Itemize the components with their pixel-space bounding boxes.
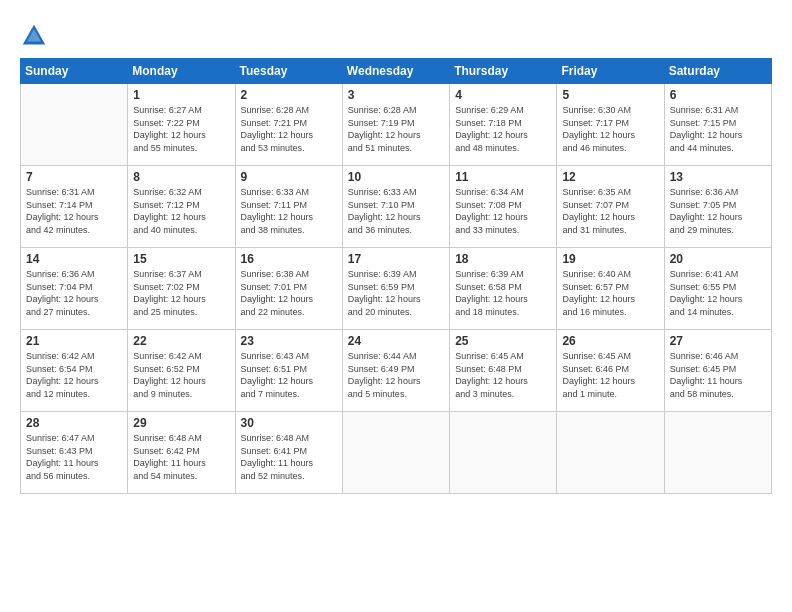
day-number: 12	[562, 170, 658, 184]
calendar-cell: 30Sunrise: 6:48 AM Sunset: 6:41 PM Dayli…	[235, 412, 342, 494]
calendar-cell: 18Sunrise: 6:39 AM Sunset: 6:58 PM Dayli…	[450, 248, 557, 330]
calendar-cell: 20Sunrise: 6:41 AM Sunset: 6:55 PM Dayli…	[664, 248, 771, 330]
cell-info: Sunrise: 6:48 AM Sunset: 6:42 PM Dayligh…	[133, 432, 229, 482]
cell-info: Sunrise: 6:38 AM Sunset: 7:01 PM Dayligh…	[241, 268, 337, 318]
calendar-cell	[342, 412, 449, 494]
calendar-week-row: 14Sunrise: 6:36 AM Sunset: 7:04 PM Dayli…	[21, 248, 772, 330]
cell-info: Sunrise: 6:41 AM Sunset: 6:55 PM Dayligh…	[670, 268, 766, 318]
calendar-cell: 15Sunrise: 6:37 AM Sunset: 7:02 PM Dayli…	[128, 248, 235, 330]
cell-info: Sunrise: 6:31 AM Sunset: 7:15 PM Dayligh…	[670, 104, 766, 154]
day-number: 1	[133, 88, 229, 102]
calendar-cell: 7Sunrise: 6:31 AM Sunset: 7:14 PM Daylig…	[21, 166, 128, 248]
cell-info: Sunrise: 6:36 AM Sunset: 7:04 PM Dayligh…	[26, 268, 122, 318]
cell-info: Sunrise: 6:33 AM Sunset: 7:11 PM Dayligh…	[241, 186, 337, 236]
calendar-cell: 5Sunrise: 6:30 AM Sunset: 7:17 PM Daylig…	[557, 84, 664, 166]
cell-info: Sunrise: 6:40 AM Sunset: 6:57 PM Dayligh…	[562, 268, 658, 318]
day-number: 28	[26, 416, 122, 430]
cell-info: Sunrise: 6:44 AM Sunset: 6:49 PM Dayligh…	[348, 350, 444, 400]
day-number: 17	[348, 252, 444, 266]
calendar-cell: 3Sunrise: 6:28 AM Sunset: 7:19 PM Daylig…	[342, 84, 449, 166]
cell-info: Sunrise: 6:42 AM Sunset: 6:54 PM Dayligh…	[26, 350, 122, 400]
calendar-cell: 12Sunrise: 6:35 AM Sunset: 7:07 PM Dayli…	[557, 166, 664, 248]
cell-info: Sunrise: 6:29 AM Sunset: 7:18 PM Dayligh…	[455, 104, 551, 154]
calendar-cell: 8Sunrise: 6:32 AM Sunset: 7:12 PM Daylig…	[128, 166, 235, 248]
cell-info: Sunrise: 6:35 AM Sunset: 7:07 PM Dayligh…	[562, 186, 658, 236]
cell-info: Sunrise: 6:39 AM Sunset: 6:58 PM Dayligh…	[455, 268, 551, 318]
calendar-cell: 23Sunrise: 6:43 AM Sunset: 6:51 PM Dayli…	[235, 330, 342, 412]
calendar-week-row: 28Sunrise: 6:47 AM Sunset: 6:43 PM Dayli…	[21, 412, 772, 494]
calendar-cell: 19Sunrise: 6:40 AM Sunset: 6:57 PM Dayli…	[557, 248, 664, 330]
day-number: 19	[562, 252, 658, 266]
cell-info: Sunrise: 6:31 AM Sunset: 7:14 PM Dayligh…	[26, 186, 122, 236]
day-number: 26	[562, 334, 658, 348]
cell-info: Sunrise: 6:37 AM Sunset: 7:02 PM Dayligh…	[133, 268, 229, 318]
calendar-cell: 10Sunrise: 6:33 AM Sunset: 7:10 PM Dayli…	[342, 166, 449, 248]
calendar-week-row: 7Sunrise: 6:31 AM Sunset: 7:14 PM Daylig…	[21, 166, 772, 248]
cell-info: Sunrise: 6:36 AM Sunset: 7:05 PM Dayligh…	[670, 186, 766, 236]
weekday-header-sunday: Sunday	[21, 59, 128, 84]
calendar-cell: 1Sunrise: 6:27 AM Sunset: 7:22 PM Daylig…	[128, 84, 235, 166]
day-number: 4	[455, 88, 551, 102]
cell-info: Sunrise: 6:46 AM Sunset: 6:45 PM Dayligh…	[670, 350, 766, 400]
weekday-header-wednesday: Wednesday	[342, 59, 449, 84]
calendar-cell: 25Sunrise: 6:45 AM Sunset: 6:48 PM Dayli…	[450, 330, 557, 412]
day-number: 7	[26, 170, 122, 184]
day-number: 27	[670, 334, 766, 348]
calendar-cell: 26Sunrise: 6:45 AM Sunset: 6:46 PM Dayli…	[557, 330, 664, 412]
calendar-table: SundayMondayTuesdayWednesdayThursdayFrid…	[20, 58, 772, 494]
calendar-cell: 4Sunrise: 6:29 AM Sunset: 7:18 PM Daylig…	[450, 84, 557, 166]
cell-info: Sunrise: 6:48 AM Sunset: 6:41 PM Dayligh…	[241, 432, 337, 482]
calendar-cell: 6Sunrise: 6:31 AM Sunset: 7:15 PM Daylig…	[664, 84, 771, 166]
cell-info: Sunrise: 6:45 AM Sunset: 6:46 PM Dayligh…	[562, 350, 658, 400]
calendar-cell: 13Sunrise: 6:36 AM Sunset: 7:05 PM Dayli…	[664, 166, 771, 248]
calendar-week-row: 21Sunrise: 6:42 AM Sunset: 6:54 PM Dayli…	[21, 330, 772, 412]
cell-info: Sunrise: 6:45 AM Sunset: 6:48 PM Dayligh…	[455, 350, 551, 400]
day-number: 20	[670, 252, 766, 266]
weekday-header-thursday: Thursday	[450, 59, 557, 84]
calendar-cell: 21Sunrise: 6:42 AM Sunset: 6:54 PM Dayli…	[21, 330, 128, 412]
calendar-cell: 28Sunrise: 6:47 AM Sunset: 6:43 PM Dayli…	[21, 412, 128, 494]
day-number: 30	[241, 416, 337, 430]
calendar-cell: 11Sunrise: 6:34 AM Sunset: 7:08 PM Dayli…	[450, 166, 557, 248]
day-number: 14	[26, 252, 122, 266]
day-number: 3	[348, 88, 444, 102]
calendar-cell: 27Sunrise: 6:46 AM Sunset: 6:45 PM Dayli…	[664, 330, 771, 412]
calendar-cell: 2Sunrise: 6:28 AM Sunset: 7:21 PM Daylig…	[235, 84, 342, 166]
calendar-cell: 24Sunrise: 6:44 AM Sunset: 6:49 PM Dayli…	[342, 330, 449, 412]
cell-info: Sunrise: 6:34 AM Sunset: 7:08 PM Dayligh…	[455, 186, 551, 236]
cell-info: Sunrise: 6:39 AM Sunset: 6:59 PM Dayligh…	[348, 268, 444, 318]
weekday-header-tuesday: Tuesday	[235, 59, 342, 84]
day-number: 18	[455, 252, 551, 266]
day-number: 9	[241, 170, 337, 184]
logo	[20, 22, 50, 50]
weekday-header-friday: Friday	[557, 59, 664, 84]
calendar-cell: 14Sunrise: 6:36 AM Sunset: 7:04 PM Dayli…	[21, 248, 128, 330]
cell-info: Sunrise: 6:28 AM Sunset: 7:19 PM Dayligh…	[348, 104, 444, 154]
cell-info: Sunrise: 6:33 AM Sunset: 7:10 PM Dayligh…	[348, 186, 444, 236]
cell-info: Sunrise: 6:43 AM Sunset: 6:51 PM Dayligh…	[241, 350, 337, 400]
weekday-header-saturday: Saturday	[664, 59, 771, 84]
weekday-header-monday: Monday	[128, 59, 235, 84]
calendar-cell	[21, 84, 128, 166]
day-number: 29	[133, 416, 229, 430]
weekday-header-row: SundayMondayTuesdayWednesdayThursdayFrid…	[21, 59, 772, 84]
cell-info: Sunrise: 6:32 AM Sunset: 7:12 PM Dayligh…	[133, 186, 229, 236]
day-number: 24	[348, 334, 444, 348]
calendar-cell: 9Sunrise: 6:33 AM Sunset: 7:11 PM Daylig…	[235, 166, 342, 248]
calendar-cell: 22Sunrise: 6:42 AM Sunset: 6:52 PM Dayli…	[128, 330, 235, 412]
calendar-cell: 17Sunrise: 6:39 AM Sunset: 6:59 PM Dayli…	[342, 248, 449, 330]
day-number: 5	[562, 88, 658, 102]
day-number: 23	[241, 334, 337, 348]
day-number: 6	[670, 88, 766, 102]
calendar-cell	[557, 412, 664, 494]
day-number: 11	[455, 170, 551, 184]
day-number: 15	[133, 252, 229, 266]
day-number: 10	[348, 170, 444, 184]
page: SundayMondayTuesdayWednesdayThursdayFrid…	[0, 0, 792, 612]
calendar-cell	[450, 412, 557, 494]
day-number: 2	[241, 88, 337, 102]
cell-info: Sunrise: 6:47 AM Sunset: 6:43 PM Dayligh…	[26, 432, 122, 482]
cell-info: Sunrise: 6:42 AM Sunset: 6:52 PM Dayligh…	[133, 350, 229, 400]
calendar-cell: 16Sunrise: 6:38 AM Sunset: 7:01 PM Dayli…	[235, 248, 342, 330]
cell-info: Sunrise: 6:27 AM Sunset: 7:22 PM Dayligh…	[133, 104, 229, 154]
